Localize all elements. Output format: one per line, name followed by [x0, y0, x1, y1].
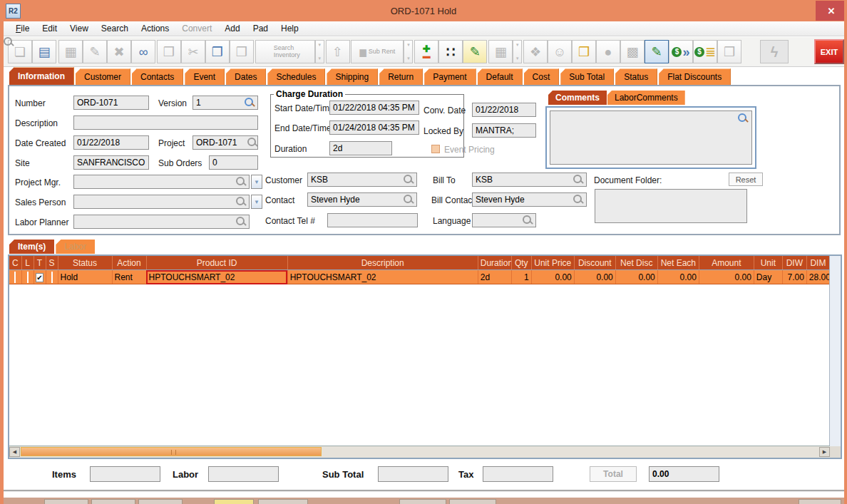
comments-search-icon[interactable] [738, 113, 748, 123]
site-field[interactable] [73, 155, 149, 170]
tab-contacts[interactable]: Contacts [132, 68, 183, 85]
cell-description[interactable]: HPTOUCHSMART_02 [287, 270, 478, 284]
check-in-button[interactable]: ⇧ [326, 40, 350, 63]
tab-cost[interactable]: Cost [524, 68, 560, 85]
cell-product-id[interactable]: HPTOUCHSMART_02 [146, 270, 287, 284]
contact-field[interactable] [307, 192, 417, 207]
bill-contact-field[interactable] [472, 192, 587, 207]
tab-customer[interactable]: Customer [76, 68, 130, 85]
cell-net-disc[interactable]: 0.00 [615, 270, 657, 284]
bill-to-field[interactable] [472, 173, 587, 187]
event-pricing-checkbox[interactable] [431, 145, 440, 153]
col-description[interactable]: Description [287, 256, 478, 270]
flash-button[interactable]: ϟ [760, 40, 789, 63]
version-search-icon[interactable] [245, 98, 255, 108]
tab-comments[interactable]: Comments [548, 91, 607, 105]
end-datetime-field[interactable] [329, 120, 419, 135]
cell-amount[interactable]: 0.00 [699, 270, 754, 284]
conv-date-field[interactable] [472, 103, 536, 117]
language-search-icon[interactable] [523, 215, 533, 225]
menu-add[interactable]: Add [218, 22, 246, 35]
paste-button[interactable]: ❒ [230, 40, 254, 63]
cell-qty[interactable]: 1 [511, 270, 531, 284]
cell-duration[interactable]: 2d [478, 270, 511, 284]
scroll-right-button[interactable]: ▶ [819, 447, 830, 457]
add-remove-button[interactable]: ✚ ▬ [414, 40, 438, 63]
cell-unit[interactable]: Day [754, 270, 782, 284]
search-inventory-dropdown[interactable]: ▼ ▼ [315, 40, 324, 63]
row-checkbox-c[interactable] [14, 272, 16, 283]
total-button[interactable]: Total [590, 466, 637, 482]
sales-person-field[interactable] [73, 195, 250, 209]
cell-status[interactable]: Hold [58, 270, 112, 284]
col-net-each[interactable]: Net Each [657, 256, 699, 270]
labor-total-field[interactable] [208, 466, 279, 482]
contact-tel-field[interactable] [327, 213, 418, 227]
col-s[interactable]: S [46, 256, 58, 270]
search-inventory-button[interactable]: Search Inventory [255, 40, 315, 63]
col-amount[interactable]: Amount [699, 256, 754, 270]
horizontal-scrollbar[interactable]: ◀ ▶ [9, 446, 830, 458]
menu-help[interactable]: Help [274, 22, 305, 35]
notes-button[interactable]: ✎ [463, 40, 487, 63]
copy-special-button[interactable]: ❒ [157, 40, 181, 63]
calendar-button[interactable]: ▦ [488, 40, 513, 63]
document-folder-box[interactable] [595, 189, 747, 223]
tab-default[interactable]: Default [478, 68, 523, 85]
sales-person-search-icon[interactable] [236, 197, 246, 207]
cell-action[interactable]: Rent [112, 270, 146, 284]
menu-file[interactable]: File [9, 22, 36, 35]
tab-schedules[interactable]: Schedules [267, 68, 325, 85]
scroll-left-button[interactable]: ◀ [9, 447, 20, 457]
exit-button[interactable]: EXIT [814, 39, 844, 64]
description-field[interactable] [73, 115, 258, 130]
tab-status[interactable]: Status [615, 68, 657, 85]
cell-unit-price[interactable]: 0.00 [531, 270, 574, 284]
scrollbar-thumb[interactable] [21, 447, 322, 456]
sub-total-field[interactable] [378, 466, 448, 482]
project-mgr-search-icon[interactable] [236, 177, 246, 187]
labor-planner-field[interactable] [73, 215, 250, 229]
cell-diw[interactable]: 7.00 [782, 270, 806, 284]
customer-field[interactable] [307, 173, 417, 187]
locked-by-field[interactable] [472, 123, 536, 138]
price-notes-button[interactable]: $ ≣ [693, 40, 717, 63]
document-folder-button[interactable]: ❒ [572, 40, 596, 63]
menu-edit[interactable]: Edit [36, 22, 63, 35]
date-created-field[interactable] [73, 135, 149, 150]
row-checkbox-l[interactable] [27, 272, 29, 283]
start-datetime-field[interactable] [329, 101, 419, 115]
total-value-field[interactable] [649, 466, 719, 482]
bill-contact-search-icon[interactable] [573, 195, 583, 205]
contact-button[interactable]: ☺ [548, 40, 572, 63]
cut-button[interactable]: ✂ [181, 40, 205, 63]
col-status[interactable]: Status [58, 256, 112, 270]
calendar-dropdown[interactable]: ▼ ▼ [513, 40, 522, 63]
tab-items[interactable]: Item(s) [9, 240, 54, 254]
col-unit-price[interactable]: Unit Price [531, 256, 574, 270]
project-search-icon[interactable] [247, 138, 257, 148]
project-mgr-field[interactable] [73, 175, 250, 189]
labor-planner-search-icon[interactable] [236, 217, 246, 227]
hierarchy-button[interactable]: ❖ [523, 40, 548, 63]
tab-information[interactable]: Information [9, 67, 74, 85]
sub-orders-field[interactable] [209, 155, 258, 170]
sub-rent-dropdown[interactable]: ▼ ▼ [404, 40, 413, 63]
price-forward-button[interactable]: $ » [669, 40, 693, 63]
tab-labor-comments[interactable]: LaborComments [607, 91, 685, 105]
tab-dates[interactable]: Dates [226, 68, 266, 85]
items-total-field[interactable] [90, 466, 160, 482]
col-product-id[interactable]: Product ID [146, 256, 287, 270]
print-button[interactable]: ▤ [32, 40, 56, 63]
table-row[interactable]: ✔ Hold Rent HPTOUCHSMART_02 HPTOUCHSMART… [9, 270, 830, 284]
menu-pad[interactable]: Pad [247, 22, 274, 35]
cell-net-each[interactable]: 0.00 [657, 270, 699, 284]
cell-discount[interactable]: 0.00 [574, 270, 615, 284]
menu-search[interactable]: Search [95, 22, 135, 35]
find-button[interactable]: ∞ [131, 40, 155, 63]
col-discount[interactable]: Discount [574, 256, 615, 270]
bill-to-search-icon[interactable] [573, 175, 583, 185]
menu-actions[interactable]: Actions [135, 22, 175, 35]
col-c[interactable]: C [9, 256, 21, 270]
edit-button[interactable]: ✎ [83, 40, 107, 63]
